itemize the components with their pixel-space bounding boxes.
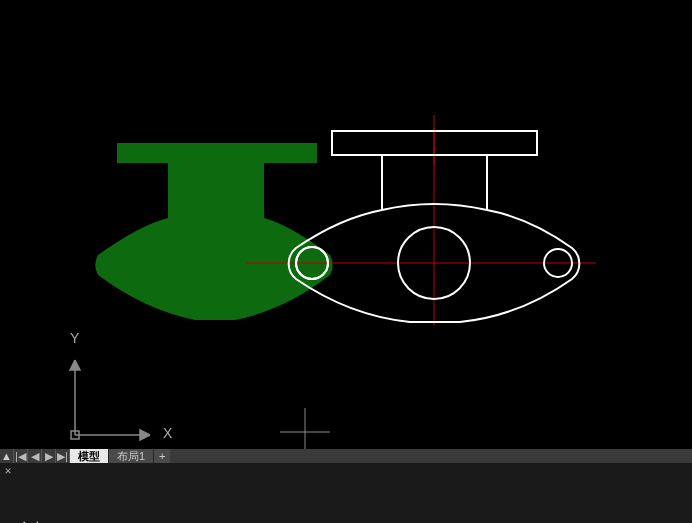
ucs-icon [70, 360, 150, 440]
tab-nav-last[interactable]: ▶| [56, 449, 70, 463]
tab-model[interactable]: 模型 [70, 449, 109, 463]
triangle-up-icon: ▲ [1, 450, 12, 462]
command-history-line: 命令: AREA [18, 519, 688, 523]
drawing-viewport[interactable]: X Y [0, 0, 692, 449]
tab-nav-next[interactable]: ▶ [42, 449, 56, 463]
command-close-icon[interactable]: ✕ [2, 465, 14, 477]
cad-canvas [0, 0, 692, 449]
layout-tab-bar: ▲ |◀ ◀ ▶ ▶| 模型 布局1 + [0, 449, 692, 463]
last-icon: ▶| [57, 450, 68, 463]
plus-icon: + [159, 450, 165, 462]
first-icon: |◀ [15, 450, 26, 463]
tab-add[interactable]: + [154, 449, 170, 463]
axis-x-label: X [163, 425, 172, 441]
tab-menu-toggle[interactable]: ▲ [0, 449, 14, 463]
next-icon: ▶ [45, 450, 53, 463]
command-line-area[interactable]: ✕ 命令: AREA 指定第一个点或 [对象(O)/添加(A)/减去(S)]<对… [0, 463, 692, 523]
tab-label: 模型 [78, 449, 100, 464]
prev-icon: ◀ [31, 450, 39, 463]
cursor-crosshair [280, 408, 330, 449]
axis-y-label: Y [70, 330, 79, 346]
green-fill-shape [95, 143, 332, 320]
tab-nav-prev[interactable]: ◀ [28, 449, 42, 463]
tab-nav-first[interactable]: |◀ [14, 449, 28, 463]
tab-label: 布局1 [117, 449, 145, 464]
tab-layout1[interactable]: 布局1 [109, 449, 154, 463]
